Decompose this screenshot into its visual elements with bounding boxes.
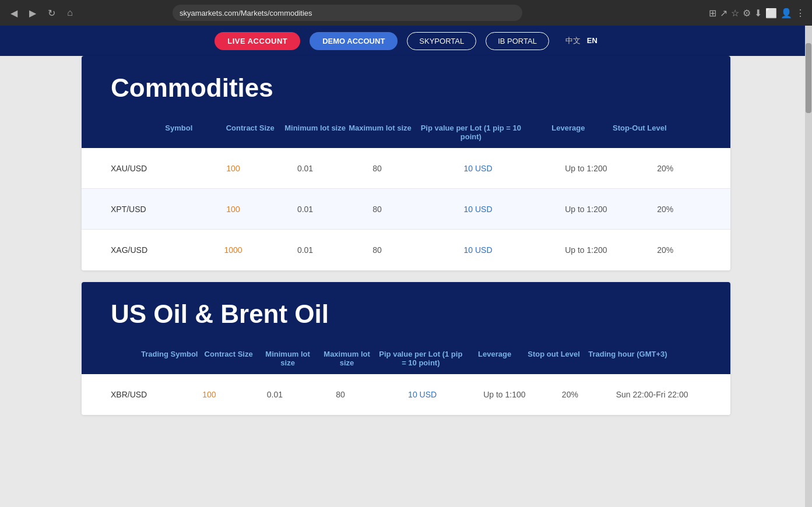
contract-xpt: 100: [197, 205, 269, 214]
col-leverage-oil: Leverage: [465, 350, 524, 367]
col-leverage: Leverage: [529, 124, 607, 141]
leverage-xpt: Up to 1:200: [543, 205, 629, 214]
commodities-table-header: Symbol Contract Size Minimum lot size Ma…: [111, 117, 701, 148]
screen-capture-icon[interactable]: ⊞: [709, 8, 716, 19]
scrollbar-thumb[interactable]: [806, 43, 811, 113]
col-symbol: Symbol: [140, 124, 218, 141]
stop-out-xbr: 20%: [537, 390, 603, 399]
col-stop-out-oil: Stop out Level: [524, 350, 583, 367]
symbol-xbr: XBR/USD: [111, 390, 177, 399]
page-content: Commodities Symbol Contract Size Minimum…: [0, 56, 812, 438]
language-switcher[interactable]: 中文 EN: [565, 36, 597, 46]
stop-out-xag: 20%: [629, 245, 701, 255]
ib-portal-button[interactable]: IB PORTAL: [486, 32, 549, 50]
trading-hour-xbr: Sun 22:00-Fri 22:00: [603, 390, 701, 399]
profile-icon[interactable]: 👤: [781, 8, 792, 19]
table-row: XPT/USD 100 0.01 80 10 USD Up to 1:200 2…: [82, 189, 730, 230]
col-max-lot: Maximum lot size: [347, 124, 412, 141]
symbol-xpt: XPT/USD: [111, 205, 197, 214]
col-min-lot-oil: Minimum lot size: [258, 350, 317, 367]
home-button[interactable]: ⌂: [63, 6, 77, 20]
back-button[interactable]: ◀: [7, 6, 21, 20]
col-min-lot: Minimum lot size: [283, 124, 347, 141]
symbol-xag: XAG/USD: [111, 245, 197, 255]
menu-icon[interactable]: ⋮: [796, 8, 805, 19]
oil-title: US Oil & Brent Oil: [111, 300, 701, 343]
pip-xag: 10 USD: [413, 245, 543, 255]
col-stop-out: Stop-Out Level: [607, 124, 672, 141]
address-bar[interactable]: skyamarkets.com/Markets/commodities: [173, 5, 522, 21]
max-lot-xbr: 80: [308, 390, 374, 399]
min-lot-xag: 0.01: [269, 245, 342, 255]
contract-xag: 1000: [197, 245, 269, 255]
table-row: XBR/USD 100 0.01 80 10 USD Up to 1:100 2…: [82, 374, 730, 415]
col-contract-size-oil: Contract Size: [199, 350, 258, 367]
scrollbar[interactable]: [805, 26, 812, 507]
pip-xau: 10 USD: [413, 164, 543, 173]
symbol-xau: XAU/USD: [111, 164, 197, 173]
col-trading-hour: Trading hour (GMT+3): [583, 350, 672, 367]
live-account-button[interactable]: LIVE ACCOUNT: [215, 32, 300, 50]
skyportal-button[interactable]: SKYPORTAL: [407, 32, 476, 50]
pip-xpt: 10 USD: [413, 205, 543, 214]
commodities-section: Commodities Symbol Contract Size Minimum…: [82, 56, 730, 270]
max-lot-xau: 80: [341, 164, 413, 173]
col-trading-symbol: Trading Symbol: [140, 350, 199, 367]
demo-account-button[interactable]: DEMO ACCOUNT: [310, 32, 398, 50]
refresh-button[interactable]: ↻: [44, 6, 58, 20]
lang-en[interactable]: EN: [587, 36, 597, 45]
forward-button[interactable]: ▶: [26, 6, 40, 20]
commodities-title: Commodities: [111, 73, 701, 117]
max-lot-xag: 80: [341, 245, 413, 255]
leverage-xag: Up to 1:200: [543, 245, 629, 255]
col-pip-value: Pip value per Lot (1 pip = 10 point): [413, 124, 529, 141]
commodities-header: Commodities Symbol Contract Size Minimum…: [82, 56, 730, 148]
stop-out-xpt: 20%: [629, 205, 701, 214]
star-icon[interactable]: ☆: [731, 8, 739, 19]
download-icon[interactable]: ⬇: [754, 8, 762, 19]
pip-xbr: 10 USD: [373, 390, 472, 399]
browser-chrome: ◀ ▶ ↻ ⌂ skyamarkets.com/Markets/commodit…: [0, 0, 812, 26]
commodities-table-body: XAU/USD 100 0.01 80 10 USD Up to 1:200 2…: [82, 148, 730, 270]
col-contract-size: Contract Size: [218, 124, 283, 141]
col-pip-oil: Pip value per Lot (1 pip = 10 point): [377, 350, 465, 367]
window-icon[interactable]: ⬜: [765, 8, 777, 19]
table-row: XAU/USD 100 0.01 80 10 USD Up to 1:200 2…: [82, 148, 730, 189]
oil-table-header: Trading Symbol Contract Size Minimum lot…: [111, 343, 701, 374]
oil-header: US Oil & Brent Oil Trading Symbol Contra…: [82, 282, 730, 374]
oil-section: US Oil & Brent Oil Trading Symbol Contra…: [82, 282, 730, 415]
browser-icons: ⊞ ↗ ☆ ⚙ ⬇ ⬜ 👤 ⋮: [709, 8, 805, 19]
stop-out-xau: 20%: [629, 164, 701, 173]
min-lot-xbr: 0.01: [242, 390, 308, 399]
contract-xbr: 100: [177, 390, 242, 399]
oil-table-body: XBR/USD 100 0.01 80 10 USD Up to 1:100 2…: [82, 374, 730, 415]
leverage-xau: Up to 1:200: [543, 164, 629, 173]
top-nav: LIVE ACCOUNT DEMO ACCOUNT SKYPORTAL IB P…: [0, 26, 812, 56]
col-max-lot-oil: Maximum lot size: [317, 350, 376, 367]
max-lot-xpt: 80: [341, 205, 413, 214]
url-text: skyamarkets.com/Markets/commodities: [180, 9, 312, 17]
contract-xau: 100: [197, 164, 269, 173]
leverage-xbr: Up to 1:100: [472, 390, 537, 399]
min-lot-xpt: 0.01: [269, 205, 342, 214]
table-row: XAG/USD 1000 0.01 80 10 USD Up to 1:200 …: [82, 230, 730, 270]
min-lot-xau: 0.01: [269, 164, 342, 173]
lang-cn[interactable]: 中文: [565, 36, 581, 45]
extensions-icon[interactable]: ⚙: [743, 8, 751, 19]
share-icon[interactable]: ↗: [720, 8, 727, 19]
